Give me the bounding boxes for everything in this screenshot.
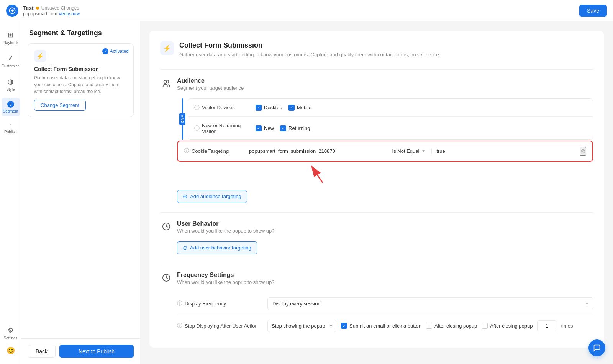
left-panel-header: Segment & Targetings — [21, 21, 140, 43]
display-freq-text: Display Frequency — [185, 301, 226, 307]
returning-checkbox[interactable]: ✓ — [280, 125, 286, 131]
mobile-checkbox[interactable]: ✓ — [288, 105, 295, 111]
playbook-label: Playbook — [3, 41, 18, 45]
page-title: Collect Form Submission — [179, 41, 440, 49]
stop-display-options: Stop showing the popup ✓ Submit an email… — [267, 320, 593, 332]
page-header: ⚡ Collect Form Submission Gather user da… — [160, 41, 593, 59]
new-visitor-option[interactable]: ✓ New — [256, 125, 274, 131]
sidebar-item-style[interactable]: ◑ Style — [2, 74, 20, 95]
verify-link[interactable]: Verify now — [59, 11, 80, 16]
segment-card-icon: ⚡ — [34, 50, 46, 62]
cookie-info-icon[interactable]: ⓘ — [184, 148, 189, 154]
frequency-header: Frequency Settings When would you like t… — [160, 272, 593, 285]
right-panel: ⚡ Collect Form Submission Gather user da… — [140, 21, 613, 364]
next-to-publish-button[interactable]: Next to Publish — [59, 345, 134, 358]
left-panel: Segment & Targetings ✓ Activated ⚡ Colle… — [21, 21, 140, 364]
visitor-devices-row: ⓘ Visitor Devices ✓ Desktop ✓ M — [188, 99, 593, 117]
sidebar-item-support[interactable]: 😊 — [2, 343, 20, 358]
svg-point-1 — [164, 80, 167, 83]
support-button[interactable] — [588, 339, 605, 356]
left-panel-footer: Back Next to Publish — [21, 338, 140, 364]
stop-displaying-row: ⓘ Stop Displaying After User Action Stop… — [177, 315, 593, 337]
display-freq-info-icon[interactable]: ⓘ — [177, 300, 182, 307]
add-audience-container: ⊕ Add audience targeting — [177, 190, 593, 203]
cookie-row-close-button[interactable]: ⊗ — [580, 147, 586, 156]
back-button[interactable]: Back — [28, 345, 56, 358]
sidebar-item-settings[interactable]: ⚙ Settings — [2, 323, 20, 343]
left-panel-title: Segment & Targetings — [29, 29, 132, 37]
sidebar-item-publish[interactable]: 4 Publish — [2, 120, 20, 137]
publish-icon: 4 — [9, 123, 12, 128]
user-behavior-desc: When would you like the popup to show up… — [177, 228, 274, 234]
stop-displaying-label: ⓘ Stop Displaying After User Action — [177, 322, 261, 329]
app-logo[interactable] — [6, 5, 18, 17]
sidebar-item-segment[interactable]: 3 Segment — [2, 98, 20, 116]
and-label: AND — [179, 113, 185, 125]
style-icon: ◑ — [8, 77, 14, 86]
cookie-operator-container: Is Not Equal ▾ — [392, 148, 425, 154]
times-input[interactable] — [537, 320, 556, 331]
display-freq-chevron-icon: ▾ — [586, 301, 588, 306]
user-behavior-title: User Behavior — [177, 220, 274, 227]
settings-label: Settings — [3, 336, 17, 340]
add-behavior-label: Add user behavior targeting — [190, 245, 251, 251]
submit-email-checkbox[interactable]: ✓ — [341, 323, 347, 329]
sidebar-item-customize[interactable]: ✓ Customize — [2, 51, 20, 71]
activated-label: Activated — [110, 49, 129, 54]
style-label: Style — [6, 87, 15, 92]
frequency-section: Frequency Settings When would you like t… — [160, 272, 593, 337]
display-frequency-label: ⓘ Display Frequency — [177, 300, 261, 307]
audience-header-text: Audience Segment your target audience — [177, 77, 244, 91]
after-closing-checkbox2[interactable] — [482, 323, 488, 329]
visitor-type-text: New or Returning Visitor — [202, 123, 256, 134]
visitor-devices-options: ✓ Desktop ✓ Mobile — [256, 105, 587, 111]
returning-visitor-option[interactable]: ✓ Returning — [280, 125, 310, 131]
add-audience-targeting-button[interactable]: ⊕ Add audience targeting — [177, 190, 247, 203]
save-button[interactable]: Save — [579, 5, 607, 17]
sidebar-item-playbook[interactable]: ⊞ Playbook — [2, 28, 20, 48]
desktop-checkbox[interactable]: ✓ — [256, 105, 262, 111]
stop-display-info-icon[interactable]: ⓘ — [177, 322, 182, 329]
audience-rows-wrapper: AND ⓘ Visitor Devices ✓ — [177, 98, 593, 140]
unsaved-dot — [36, 7, 39, 10]
returning-label: Returning — [288, 125, 310, 131]
topbar-info: Test Unsaved Changes popupsmart.com Veri… — [23, 5, 80, 16]
unsaved-text: Unsaved Changes — [41, 5, 79, 11]
cookie-value-input[interactable]: true — [431, 148, 576, 154]
audience-desc: Segment your target audience — [177, 85, 244, 91]
after-closing-option1[interactable]: After closing popup — [426, 323, 477, 329]
mobile-label: Mobile — [297, 105, 311, 110]
add-user-behavior-button[interactable]: ⊕ Add user behavior targeting — [177, 241, 257, 254]
topbar-domain: popupsmart.com Verify now — [23, 11, 80, 16]
desktop-option[interactable]: ✓ Desktop — [256, 105, 282, 111]
desktop-label: Desktop — [264, 105, 282, 110]
frequency-desc: When would you like the popup to show up… — [177, 279, 274, 285]
cookie-row-wrapper: ⓘ Cookie Targeting popupsmart_form_submi… — [177, 141, 593, 185]
add-audience-label: Add audience targeting — [190, 193, 241, 199]
visitor-type-row: ⓘ New or Returning Visitor ✓ New ✓ — [188, 117, 593, 139]
cookie-name-value: popupsmart_form_submission_210870 — [249, 148, 388, 154]
after-closing-checkbox1[interactable] — [426, 323, 432, 329]
visitor-type-info-icon[interactable]: ⓘ — [194, 125, 200, 132]
domain-text: popupsmart.com — [23, 11, 57, 16]
visitor-type-options: ✓ New ✓ Returning — [256, 125, 587, 131]
display-frequency-select-container[interactable]: Display every session ▾ — [267, 297, 593, 310]
new-label: New — [264, 125, 274, 131]
page-desc: Gather user data and start getting to kn… — [179, 51, 440, 59]
stop-display-text: Stop Displaying After User Action — [185, 323, 258, 329]
frequency-text: Frequency Settings When would you like t… — [177, 272, 274, 285]
change-segment-button[interactable]: Change Segment — [34, 100, 86, 111]
stop-showing-select[interactable]: Stop showing the popup — [267, 320, 336, 332]
submit-email-option[interactable]: ✓ Submit an email or click a button — [341, 323, 421, 329]
audience-title: Audience — [177, 77, 244, 84]
after-closing-option2[interactable]: After closing popup — [482, 323, 533, 329]
cookie-targeting-row: ⓘ Cookie Targeting popupsmart_form_submi… — [177, 141, 593, 162]
display-frequency-row: ⓘ Display Frequency Display every sessio… — [177, 293, 593, 315]
mobile-option[interactable]: ✓ Mobile — [288, 105, 311, 111]
visitor-devices-info-icon[interactable]: ⓘ — [194, 104, 200, 111]
audience-rows: ⓘ Visitor Devices ✓ Desktop ✓ M — [188, 98, 593, 140]
new-checkbox[interactable]: ✓ — [256, 125, 262, 131]
page-header-text: Collect Form Submission Gather user data… — [179, 41, 440, 59]
customize-label: Customize — [2, 64, 20, 68]
add-behavior-container: ⊕ Add user behavior targeting — [177, 241, 593, 254]
